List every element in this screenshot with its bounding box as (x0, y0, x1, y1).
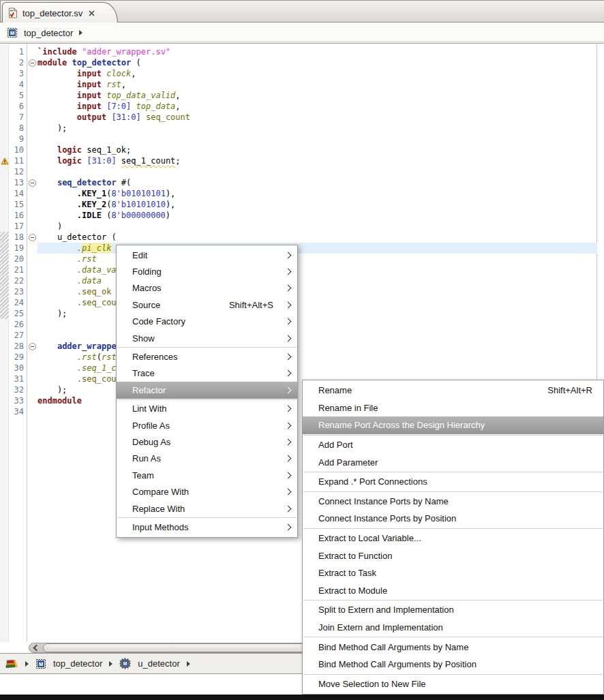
code-line[interactable]: 16 .IDLE (8'b00000000) (0, 210, 597, 221)
code-text[interactable]: logic seq_1_ok; (37, 144, 597, 155)
code-line[interactable]: 23 .seq_ok (0, 286, 597, 297)
code-text[interactable]: module top_detector ( (37, 57, 597, 68)
menu-item-lint-with[interactable]: Lint With (117, 401, 297, 417)
code-text[interactable]: logic [31:0] seq_1_count; (37, 155, 597, 166)
code-text[interactable]: input [7:0] top_data, (37, 101, 597, 112)
code-text[interactable]: .KEY_2(8'b10101010), (37, 199, 597, 210)
breadcrumb-item-instance[interactable]: u_detector (138, 658, 179, 669)
token: 8'b10101010 (111, 200, 165, 209)
menu-item-connect-instance-ports-by-name[interactable]: Connect Instance Ports by Name (303, 493, 603, 511)
breadcrumb-arrow-icon[interactable] (109, 661, 112, 667)
code-line[interactable]: 25 ); (0, 308, 597, 319)
menu-item-expand-port-connections[interactable]: Expand .* Port Connections (303, 473, 603, 491)
code-line[interactable]: 28 adder_wrappe (0, 341, 597, 352)
code-line[interactable]: 18 u_detector ( (0, 232, 597, 243)
code-line[interactable]: 19 .pi_clk (0, 243, 597, 254)
menu-item-code-factory[interactable]: Code Factory (117, 314, 297, 330)
menu-item-source[interactable]: SourceShift+Alt+S (117, 296, 297, 313)
menu-item-rename-in-file[interactable]: Rename in File (303, 399, 603, 417)
menu-item-label: Lint With (132, 404, 286, 414)
code-text[interactable]: input top_data_valid, (37, 90, 597, 101)
menu-item-extract-to-local-variable[interactable]: Extract to Local Variable... (303, 530, 603, 547)
code-line[interactable]: 8 ); (0, 123, 597, 134)
menu-item-macros[interactable]: Macros (117, 280, 297, 296)
code-line[interactable]: 24 .seq_cou (0, 297, 597, 308)
menu-item-debug-as[interactable]: Debug As (117, 433, 297, 450)
code-text[interactable]: u_detector ( (37, 232, 597, 243)
code-text[interactable]: output [31:0] seq_count (37, 112, 597, 123)
fold-collapse-icon[interactable] (27, 57, 37, 68)
menu-item-bind-method-call-arguments-by-name[interactable]: Bind Method Call Arguments by Name (303, 638, 603, 656)
menu-item-run-as[interactable]: Run As (117, 451, 297, 467)
code-line[interactable]: 14 .KEY_1(8'b01010101), (0, 188, 597, 199)
code-line[interactable]: 26 (0, 319, 597, 330)
code-text[interactable]: seq_detector #( (37, 177, 597, 188)
code-line[interactable]: 13 seq_detector #( (0, 177, 597, 188)
code-line[interactable]: 5 input top_data_valid, (0, 90, 597, 101)
code-line[interactable]: 20 .rst (0, 254, 597, 264)
breadcrumb-arrow-icon[interactable] (187, 661, 190, 667)
fold-collapse-icon[interactable] (27, 232, 37, 243)
menu-item-edit[interactable]: Edit (117, 247, 297, 263)
code-line[interactable]: 27 (0, 330, 597, 341)
library-icon[interactable] (5, 658, 18, 669)
breadcrumb-arrow-icon[interactable] (79, 30, 82, 35)
menu-item-extract-to-function[interactable]: Extract to Function (303, 547, 603, 564)
menu-item-references[interactable]: References (117, 348, 297, 365)
fold-collapse-icon[interactable] (27, 177, 37, 188)
menu-item-add-parameter[interactable]: Add Parameter (303, 453, 603, 471)
code-line[interactable]: 29 .rst(rst (0, 352, 597, 363)
menu-item-split-to-extern-and-implementation[interactable]: Split to Extern and Implementation (303, 601, 603, 619)
code-line[interactable]: 2module top_detector ( (0, 57, 597, 68)
code-text[interactable]: ) (37, 221, 597, 232)
code-line[interactable]: 7 output [31:0] seq_count (0, 112, 597, 123)
menu-item-show[interactable]: Show (117, 330, 297, 346)
code-line[interactable]: 30 .seq_1_c (0, 363, 597, 374)
breadcrumb-item-module[interactable]: top_detector (53, 658, 102, 669)
code-line[interactable]: 17 ) (0, 221, 597, 232)
code-line[interactable]: 9 (0, 134, 597, 144)
code-text[interactable]: input rst, (37, 79, 597, 90)
menu-item-team[interactable]: Team (117, 467, 297, 483)
code-line[interactable]: 3 input clock, (0, 68, 597, 79)
menu-item-move-selection-to-new-file[interactable]: Move Selection to New File (303, 675, 603, 693)
menu-item-refactor[interactable]: Refactor (117, 382, 297, 398)
breadcrumb-arrow-icon[interactable] (25, 661, 29, 667)
menu-item-extract-to-module[interactable]: Extract to Module (303, 582, 603, 600)
menu-item-trace[interactable]: Trace (117, 365, 297, 382)
menu-item-add-port[interactable]: Add Port (303, 436, 603, 454)
menu-item-rename-port-across-the-design-hierarchy[interactable]: Rename Port Across the Design Hierarchy (303, 416, 603, 434)
scroll-left-icon[interactable] (29, 643, 43, 652)
code-line[interactable]: 12 (0, 166, 597, 177)
code-line[interactable]: 21 .data_va (0, 264, 597, 275)
menu-item-profile-as[interactable]: Profile As (117, 417, 297, 433)
fold-collapse-icon[interactable] (27, 341, 37, 352)
menu-item-join-extern-and-implementation[interactable]: Join Extern and Implementation (303, 619, 603, 637)
code-line[interactable]: 1`include "adder_wrapper.sv" (0, 46, 597, 57)
code-line[interactable]: 15 .KEY_2(8'b10101010), (0, 199, 597, 210)
menu-item-replace-with[interactable]: Replace With (117, 500, 297, 517)
editor-tab[interactable]: top_detector.sv (2, 2, 118, 23)
menu-item-bind-method-call-arguments-by-position[interactable]: Bind Method Call Arguments by Position (303, 656, 603, 673)
code-line[interactable]: 11 logic [31:0] seq_1_count; (0, 155, 597, 166)
code-text[interactable] (37, 166, 597, 177)
code-text[interactable]: `include "adder_wrapper.sv" (37, 46, 597, 57)
code-text[interactable]: .KEY_1(8'b01010101), (37, 188, 597, 199)
breadcrumb-item-module[interactable]: top_detector (24, 28, 73, 38)
code-text[interactable]: .IDLE (8'b00000000) (37, 210, 597, 221)
code-line[interactable]: 4 input rst, (0, 79, 597, 90)
code-line[interactable]: 22 .data (0, 275, 597, 286)
line-number: 11 (9, 155, 27, 166)
code-text[interactable]: input clock, (37, 68, 597, 79)
menu-item-rename[interactable]: RenameShift+Alt+R (303, 382, 603, 399)
code-text[interactable]: ); (37, 123, 597, 134)
code-line[interactable]: 10 logic seq_1_ok; (0, 144, 597, 155)
code-text[interactable] (37, 134, 597, 144)
close-icon[interactable] (87, 9, 95, 17)
code-line[interactable]: 6 input [7:0] top_data, (0, 101, 597, 112)
menu-item-connect-instance-ports-by-position[interactable]: Connect Instance Ports by Position (303, 510, 603, 528)
menu-item-folding[interactable]: Folding (117, 263, 297, 279)
menu-item-extract-to-task[interactable]: Extract to Task (303, 564, 603, 582)
menu-item-compare-with[interactable]: Compare With (117, 483, 297, 500)
menu-item-input-methods[interactable]: Input Methods (117, 519, 297, 535)
